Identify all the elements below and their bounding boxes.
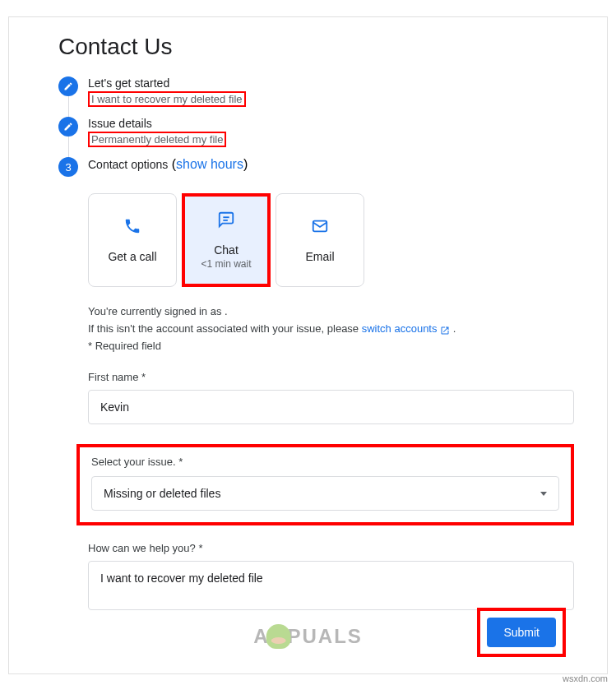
show-hours-link[interactable]: show hours xyxy=(176,157,243,171)
contact-chat-label: Chat xyxy=(214,243,239,257)
source-label: wsxdn.com xyxy=(563,673,608,683)
step-3-number: 3 xyxy=(58,157,78,177)
contact-form-container: Contact Us Let's get started I want to r… xyxy=(8,16,608,674)
edit-icon xyxy=(58,76,78,96)
issue-value: Missing or deleted files xyxy=(104,487,220,500)
required-text: * Required field xyxy=(88,338,574,355)
step-3: 3 Contact options (show hours) xyxy=(58,157,574,177)
first-name-input[interactable] xyxy=(88,390,574,424)
issue-select[interactable]: Missing or deleted files xyxy=(91,476,559,511)
step-2-content: Issue details Permanently deleted my fil… xyxy=(88,117,226,147)
step-3-title: Contact options xyxy=(88,158,168,171)
step-3-content: Contact options (show hours) xyxy=(88,157,248,172)
step-2-title: Issue details xyxy=(88,117,226,130)
contact-chat-sublabel: <1 min wait xyxy=(201,258,251,270)
contact-call-label: Get a call xyxy=(108,250,156,263)
help-textarea[interactable] xyxy=(88,561,574,610)
help-label: How can we help you? * xyxy=(88,542,574,554)
watermark-figure-icon xyxy=(266,624,291,649)
switch-accounts-link[interactable]: switch accounts xyxy=(362,322,438,335)
step-1-subtitle: I want to recover my deleted file xyxy=(88,91,246,107)
external-link-icon xyxy=(440,324,450,334)
issue-section: Select your issue. * Missing or deleted … xyxy=(76,444,574,525)
submit-button[interactable]: Submit xyxy=(487,618,556,647)
contact-card-email[interactable]: Email xyxy=(276,193,364,287)
first-name-section: First name * xyxy=(88,371,574,424)
step-2-subtitle: Permanently deleted my file xyxy=(88,132,226,147)
watermark: A PUALS xyxy=(253,624,363,649)
switch-text: If this isn't the account associated wit… xyxy=(88,322,362,335)
chevron-down-icon xyxy=(540,492,547,496)
contact-card-call[interactable]: Get a call xyxy=(88,193,177,287)
contact-email-label: Email xyxy=(305,250,334,263)
phone-icon xyxy=(123,217,141,238)
step-1-content: Let's get started I want to recover my d… xyxy=(88,76,246,107)
contact-card-chat[interactable]: Chat <1 min wait xyxy=(182,193,271,287)
step-1-title: Let's get started xyxy=(88,76,246,90)
step-1[interactable]: Let's get started I want to recover my d… xyxy=(58,76,574,107)
stepper: Let's get started I want to recover my d… xyxy=(58,76,574,177)
edit-icon xyxy=(58,117,78,137)
period: . xyxy=(453,322,456,335)
help-section: How can we help you? * xyxy=(88,542,574,613)
contact-options: Get a call Chat <1 min wait Email xyxy=(88,193,574,287)
issue-label: Select your issue. * xyxy=(91,456,559,468)
info-section: You're currently signed in as . If this … xyxy=(88,303,574,354)
first-name-label: First name * xyxy=(88,371,574,383)
submit-wrapper: Submit xyxy=(477,608,566,657)
signed-in-text: You're currently signed in as xyxy=(88,305,221,317)
page-title: Contact Us xyxy=(58,34,574,60)
step-2[interactable]: Issue details Permanently deleted my fil… xyxy=(58,117,574,147)
email-icon xyxy=(311,217,329,238)
chat-icon xyxy=(217,211,235,232)
